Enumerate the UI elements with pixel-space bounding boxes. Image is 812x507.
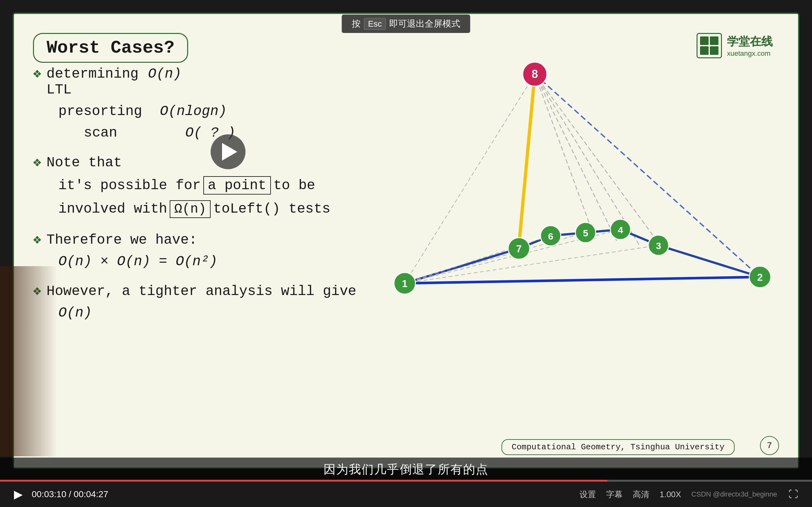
logo-subtext: xuetangx.com	[727, 49, 773, 58]
bullet-line-presorting: presorting O(nlogn)	[58, 103, 382, 119]
svg-text:6: 6	[548, 231, 554, 241]
svg-text:3: 3	[656, 240, 661, 251]
bullet-section-however: ❖ However, a tighter analysis will give …	[33, 282, 382, 321]
notification-suffix: 即可退出全屏模式	[389, 18, 460, 30]
diamond-icon-2: ❖	[33, 153, 42, 170]
note-header: Note that	[47, 155, 122, 170]
quality-label[interactable]: 高清	[633, 489, 649, 500]
time-total: 00:04:27	[73, 489, 108, 499]
time-current: 00:03:10	[32, 489, 66, 499]
svg-line-13	[405, 277, 760, 283]
bullet-section-note: ❖ Note that it's possible for a point to…	[33, 153, 382, 218]
therefore-header: Therefore we have:	[47, 232, 197, 248]
graph-svg: 8 7 6 5 4 3 2	[379, 55, 779, 372]
note-line1c: to be	[273, 177, 315, 193]
scan-label: scan	[84, 125, 185, 141]
logo-icon	[697, 33, 722, 58]
fullscreen-button[interactable]: ⛶	[787, 488, 799, 501]
bullet-line-ltl: ❖ determining LTL O(n)	[33, 65, 382, 98]
content-left: ❖ determining LTL O(n) presorting O(nlog…	[33, 65, 382, 333]
svg-text:2: 2	[757, 272, 763, 283]
svg-line-17	[405, 245, 658, 283]
speed-label[interactable]: 1.00X	[659, 490, 681, 499]
logo-text: 学堂在线	[727, 34, 773, 49]
graph-area: 8 7 6 5 4 3 2	[379, 55, 779, 372]
play-triangle-icon	[222, 143, 237, 161]
video-area: Worst Cases? 学堂在线 xuetangx.com ❖ determi…	[0, 0, 812, 482]
notification-prefix: 按	[352, 18, 361, 30]
time-separator: /	[69, 489, 74, 499]
note-line1a: it's possible for	[58, 177, 201, 193]
slide: Worst Cases? 学堂在线 xuetangx.com ❖ determi…	[13, 13, 799, 469]
presorting-label: presorting	[58, 103, 160, 119]
svg-text:8: 8	[531, 67, 538, 80]
therefore-eq-line: O(n) × O(n) = O(n²)	[58, 253, 382, 269]
svg-text:1: 1	[402, 278, 408, 289]
subtitle-label[interactable]: 字幕	[606, 489, 623, 500]
slide-title: Worst Cases?	[33, 33, 188, 63]
svg-text:5: 5	[583, 228, 589, 238]
however-header: However, a tighter analysis will give	[47, 283, 357, 299]
note-line2c: toLeft() tests	[213, 201, 331, 217]
however-eq: O(n)	[58, 305, 92, 321]
play-pause-button[interactable]: ▶	[13, 487, 24, 502]
svg-line-4	[535, 74, 595, 239]
notification-bar: 按 Esc 即可退出全屏模式	[342, 14, 470, 33]
therefore-header-line: ❖ Therefore we have:	[33, 231, 382, 248]
source-label: CSDN @directx3d_beginne	[691, 490, 777, 498]
note-line2: involved with Ω(n) toLeft() tests	[58, 200, 382, 218]
svg-text:7: 7	[516, 243, 522, 255]
esc-key: Esc	[364, 18, 386, 30]
settings-label[interactable]: 设置	[579, 489, 596, 500]
svg-line-1	[535, 74, 665, 251]
therefore-eq: O(n) × O(n) = O(n²)	[58, 253, 217, 269]
note-header-line: ❖ Note that	[33, 153, 382, 170]
play-button[interactable]	[211, 134, 246, 169]
subtitle-overlay: 因为我们几乎倒退了所有的点	[0, 458, 812, 481]
svg-line-3	[535, 74, 617, 242]
bullet-section-1: ❖ determining LTL O(n) presorting O(nlog…	[33, 65, 382, 141]
diamond-icon-3: ❖	[33, 231, 42, 248]
ltl-complexity: O(n)	[148, 66, 182, 82]
note-line2a: involved with	[58, 201, 167, 217]
note-line1b-boxed: a point	[203, 176, 271, 194]
controls-bar: ▶ 00:03:10 / 00:04:27 设置 字幕 高清 1.00X CSD…	[0, 482, 812, 507]
slide-number: 7	[760, 436, 779, 455]
logo: 学堂在线 xuetangx.com	[697, 33, 773, 58]
svg-line-7	[405, 248, 519, 283]
svg-line-12	[658, 245, 760, 277]
diamond-icon-1: ❖	[33, 65, 42, 82]
time-display: 00:03:10 / 00:04:27	[32, 489, 108, 499]
svg-line-0	[535, 74, 760, 277]
however-eq-line: O(n)	[58, 305, 382, 321]
bullet-section-therefore: ❖ Therefore we have: O(n) × O(n) = O(n²)	[33, 231, 382, 269]
slide-label: Computational Geometry, Tsinghua Univers…	[502, 439, 734, 455]
controls-right: 设置 字幕 高清 1.00X CSDN @directx3d_beginne ⛶	[579, 488, 799, 501]
ltl-label: determining LTL	[47, 66, 148, 98]
svg-text:4: 4	[618, 225, 623, 235]
person-silhouette	[0, 266, 57, 456]
subtitle-text: 因为我们几乎倒退了所有的点	[323, 461, 489, 477]
presorting-complexity: O(nlogn)	[160, 103, 227, 119]
svg-line-6	[519, 74, 535, 245]
however-header-line: ❖ However, a tighter analysis will give	[33, 282, 382, 299]
note-line1: it's possible for a point to be	[58, 176, 382, 194]
note-line2b-boxed: Ω(n)	[170, 200, 211, 218]
